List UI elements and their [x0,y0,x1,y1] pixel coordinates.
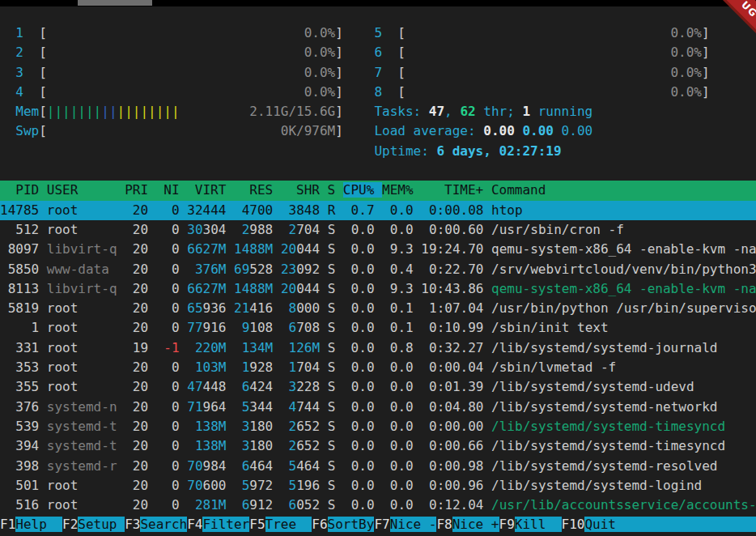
text-segment [483,399,491,415]
text-segment [343,300,351,316]
text-segment: 8097 [8,241,40,257]
text-segment: 1:07.04 [429,300,483,316]
text-segment: 7 [343,65,382,80]
fkey-F2[interactable]: F2Setup [62,517,125,532]
process-row-8113[interactable]: 8113 libvirt-q 20 0 6627M 1488M 20044 S … [0,279,756,299]
text-segment: 916 [203,320,227,335]
text-segment: -1 [164,340,179,355]
column-header-time[interactable]: TIME+ [421,182,491,198]
mem-meter-and-tasks-row: Mem[||||||||||||||||| 2.11G/15.6G] Tasks… [0,102,756,121]
column-header-user[interactable]: USER [47,182,125,198]
column-header-res[interactable]: RES [234,182,281,198]
process-row-539[interactable]: 539 systemd-t 20 0 138M 3180 2652 S 0.0 … [0,417,756,436]
fkey-F3[interactable]: F3Search [125,517,187,532]
text-segment: root [47,379,79,394]
text-segment [343,359,351,375]
text-segment [273,262,281,277]
text-segment [117,340,125,355]
process-row-5850[interactable]: 5850 www-data 20 0 376M 69528 23092 S 0.… [0,260,756,279]
text-segment [421,497,429,513]
text-segment [156,241,172,257]
column-header-s[interactable]: S [328,182,343,198]
text-segment [0,419,15,434]
text-segment [0,300,8,316]
fkey-F5[interactable]: F5Tree [249,517,312,532]
text-segment: S [328,458,336,474]
text-segment: 20 [133,419,148,434]
column-header-cpu[interactable]: CPU% [343,182,382,198]
text-segment [0,222,15,237]
text-segment [226,359,234,375]
process-row-8097[interactable]: 8097 libvirt-q 20 0 6627M 1488M 20044 S … [0,240,756,259]
fkey-F1[interactable]: F1Help [0,517,62,532]
text-segment [320,497,328,513]
text-segment [78,359,117,375]
text-segment: 0.00 [562,123,593,138]
fkey-F7[interactable]: F7Nice - [374,517,436,532]
process-table-header[interactable]: PID USER PRI NI VIRT RES SHR S CPU% MEM%… [0,181,756,200]
text-segment: 0 [172,300,180,316]
text-segment: 464 [296,458,320,474]
text-segment: 0 [172,438,180,453]
text-segment [281,458,289,474]
column-header-mem[interactable]: MEM% [382,182,421,198]
text-segment [483,340,491,355]
text-segment: 20 [281,241,296,257]
text-segment: 0 [172,419,180,434]
column-header-virt[interactable]: VIRT [187,182,234,198]
text-segment: qemu-system-x86_64 -enable-kvm -na [491,281,756,296]
text-segment: S [328,300,336,316]
text-segment: S [328,379,336,394]
text-segment [273,359,281,375]
process-row-1[interactable]: 1 root 20 0 77916 9108 6708 S 0.0 0.1 0:… [0,318,756,338]
text-segment: 0:00.00 [429,419,483,434]
text-segment: 0.0 [390,379,414,394]
text-segment [180,281,188,296]
text-segment: 0.0 [351,438,375,453]
text-segment [148,222,156,237]
text-segment: 0.0 [351,262,375,277]
process-row-14785[interactable]: 14785 root 20 0 32444 4700 3848 R 0.7 0.… [0,201,756,220]
process-row-394[interactable]: 394 systemd-t 20 0 138M 3180 2652 S 0.0 … [0,436,756,456]
text-segment [375,320,383,335]
process-row-501[interactable]: 501 root 20 0 70600 5972 5196 S 0.0 0.0 … [0,476,756,496]
process-row-376[interactable]: 376 systemd-n 20 0 71964 5344 4744 S 0.0… [0,398,756,417]
process-row-331[interactable]: 331 root 19 -1 220M 134M 126M S 0.0 0.8 … [0,338,756,358]
text-segment: 0.0 [390,419,414,434]
fkey-F4[interactable]: F4Filter [187,517,249,532]
text-segment [234,359,242,375]
text-segment [335,399,343,415]
text-segment: 0.0 [390,497,414,513]
text-segment: 71 [187,399,202,415]
text-segment [39,379,47,394]
column-header-command[interactable]: Command [491,182,756,198]
text-segment [117,241,125,257]
top-black-bar [0,0,756,6]
text-segment: 0.00 [522,123,554,138]
text-segment: 2 [289,438,297,453]
text-segment: 0.0% [47,65,335,80]
process-row-398[interactable]: 398 systemd-r 20 0 70984 6464 5464 S 0.0… [0,457,756,476]
text-segment [187,419,195,434]
text-segment: 652 [296,419,320,434]
column-header-pid[interactable]: PID [0,182,47,198]
text-segment [234,222,242,237]
text-segment [382,438,390,453]
process-row-512[interactable]: 512 root 20 0 30304 2988 2704 S 0.0 0.0 … [0,220,756,240]
process-row-355[interactable]: 355 root 20 0 47448 6424 3228 S 0.0 0.0 … [0,377,756,397]
text-segment [281,320,289,335]
fkey-F8[interactable]: F8Nice + [436,517,499,532]
text-segment [156,458,172,474]
column-header-ni[interactable]: NI [156,182,188,198]
fkey-F10[interactable]: F10Quit [562,517,756,532]
text-segment: 5 [289,458,297,474]
text-segment: 62 [460,104,475,119]
column-header-shr[interactable]: SHR [281,182,328,198]
process-row-353[interactable]: 353 root 20 0 103M 1928 1704 S 0.0 0.0 0… [0,358,756,377]
fkey-F9[interactable]: F9Kill [499,517,562,532]
column-header-pri[interactable]: PRI [125,182,156,198]
process-row-516[interactable]: 516 root 20 0 281M 6912 6052 S 0.0 0.0 0… [0,496,756,515]
fkey-F6[interactable]: F6SortBy [312,517,374,532]
process-row-5819[interactable]: 5819 root 20 0 65936 21416 8000 S 0.0 0.… [0,299,756,318]
text-segment [382,478,390,493]
